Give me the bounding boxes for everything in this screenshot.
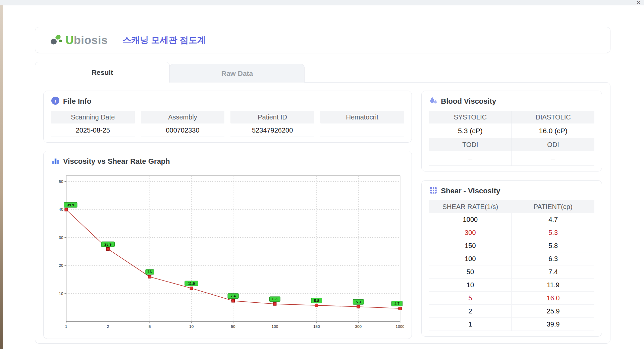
field-value [320, 123, 404, 137]
shear-viscosity-title: Shear - Viscosity [441, 187, 500, 195]
svg-text:7.4: 7.4 [231, 294, 236, 298]
svg-text:25.9: 25.9 [104, 242, 111, 246]
blood-viscosity-title: Blood Viscosity [441, 97, 496, 106]
table-row: 1000 4.7 [429, 213, 594, 226]
shear-viscosity-header: Shear - Viscosity [429, 186, 594, 196]
blood-viscosity-card: Blood Viscosity SYSTOLIC DIASTOLIC 5.3 (… [421, 91, 602, 171]
patient-value-cell: 6.3 [512, 252, 594, 265]
bar-chart-icon [51, 156, 60, 166]
file-info-field: Scanning Date 2025-08-25 [51, 111, 135, 137]
shear-table-header: SHEAR RATE(1/s) PATIENT(cp) [429, 200, 594, 213]
leaf-logo-icon [49, 33, 63, 47]
svg-text:20: 20 [59, 263, 63, 268]
shear-viscosity-card: Shear - Viscosity SHEAR RATE(1/s) PATIEN… [421, 180, 602, 337]
shear-table-body: 1000 4.7 300 5.3 150 5.8 100 6.3 50 7.4 … [429, 213, 594, 331]
patient-value-cell: 16.0 [512, 292, 594, 304]
bv-value-cell: 5.3 (cP) [429, 123, 512, 138]
field-label: Hematocrit [320, 111, 404, 123]
column-header-shear-rate: SHEAR RATE(1/s) [429, 200, 512, 213]
patient-value-cell: 5.3 [512, 226, 594, 239]
tab-result[interactable]: Result [35, 62, 170, 83]
shear-rate-cell: 5 [429, 292, 512, 304]
svg-text:50: 50 [231, 324, 235, 329]
patient-value-cell: 25.9 [512, 305, 594, 317]
table-icon [429, 186, 438, 196]
svg-text:5.8: 5.8 [314, 299, 319, 303]
brand-name: Ubiosis [65, 34, 108, 47]
field-label: Assembly [141, 111, 225, 123]
table-row: 100 6.3 [429, 252, 594, 265]
svg-text:5: 5 [149, 324, 151, 329]
tab-raw-data[interactable]: Raw Data [170, 64, 305, 83]
patient-value-cell: 4.7 [512, 213, 594, 226]
file-info-header: i File Info [51, 96, 404, 106]
field-label: Patient ID [230, 111, 314, 123]
shear-rate-cell: 300 [429, 226, 512, 239]
patient-value-cell: 7.4 [512, 265, 594, 278]
patient-value-cell: 5.8 [512, 239, 594, 252]
bv-header-cell: TODI [429, 138, 512, 151]
app-root: Ubiosis 스캐닝 모세관 점도계 Result Raw Data i Fi… [35, 27, 610, 344]
field-label: Scanning Date [51, 111, 135, 123]
svg-text:100: 100 [272, 324, 278, 329]
table-row: 2 25.9 [429, 305, 594, 318]
svg-text:40: 40 [59, 207, 63, 212]
svg-text:5.3: 5.3 [356, 300, 361, 304]
svg-text:150: 150 [313, 324, 320, 329]
page-title: 스캐닝 모세관 점도계 [122, 34, 206, 46]
patient-value-cell: 11.9 [512, 279, 594, 291]
window-left-edge [0, 0, 3, 349]
shear-rate-cell: 2 [429, 305, 512, 317]
file-info-field: Patient ID 52347926200 [230, 111, 314, 137]
table-row: 300 5.3 [429, 226, 594, 239]
svg-text:6.3: 6.3 [272, 297, 277, 301]
field-value: 000702330 [141, 123, 225, 137]
table-row: 5 16.0 [429, 292, 594, 305]
bv-header-cell: SYSTOLIC [429, 111, 512, 123]
shear-rate-cell: 1000 [429, 213, 512, 226]
shear-rate-cell: 150 [429, 239, 512, 252]
svg-text:11.9: 11.9 [188, 282, 195, 286]
table-row: 150 5.8 [429, 239, 594, 252]
shear-rate-cell: 50 [429, 265, 512, 278]
table-row: 1 39.9 [429, 318, 594, 331]
graph-title: Viscosity vs Shear Rate Graph [63, 157, 170, 166]
svg-text:4.7: 4.7 [394, 302, 399, 306]
file-info-field: Hematocrit [320, 111, 404, 137]
table-row: 50 7.4 [429, 265, 594, 279]
window-close-button[interactable]: ✕ [636, 0, 641, 6]
svg-text:2: 2 [107, 324, 109, 329]
viscosity-chart: 10203040501251050100150300100039.925.916… [51, 171, 404, 332]
svg-text:39.9: 39.9 [67, 203, 74, 207]
field-value: 2025-08-25 [51, 123, 135, 137]
window-title-bar: ✕ [0, 0, 644, 5]
bv-value-cell: – [429, 151, 512, 166]
svg-text:300: 300 [355, 324, 362, 329]
bv-header-cell: ODI [512, 138, 594, 151]
svg-text:10: 10 [59, 291, 63, 296]
svg-text:50: 50 [59, 179, 63, 184]
file-info-field: Assembly 000702330 [141, 111, 225, 137]
blood-viscosity-grid: SYSTOLIC DIASTOLIC 5.3 (cP) 16.0 (cP)TOD… [429, 111, 594, 166]
brand-logo: Ubiosis [49, 33, 108, 47]
svg-text:i: i [55, 98, 56, 104]
info-icon: i [51, 96, 60, 106]
blood-viscosity-header: Blood Viscosity [429, 96, 594, 106]
svg-text:1: 1 [65, 324, 67, 329]
tab-bar: Result Raw Data [35, 62, 610, 83]
droplet-icon [429, 96, 438, 106]
bv-value-cell: – [512, 151, 594, 166]
column-header-patient: PATIENT(cp) [512, 200, 594, 213]
patient-value-cell: 39.9 [512, 318, 594, 331]
field-value: 52347926200 [230, 123, 314, 137]
graph-header: Viscosity vs Shear Rate Graph [51, 156, 404, 166]
bv-value-cell: 16.0 (cP) [512, 123, 594, 138]
left-column: i File Info Scanning Date 2025-08-25 Ass… [43, 91, 412, 335]
shear-rate-cell: 1 [429, 318, 512, 331]
svg-text:10: 10 [189, 324, 194, 329]
table-row: 10 11.9 [429, 279, 594, 292]
shear-rate-cell: 100 [429, 252, 512, 265]
right-column: Blood Viscosity SYSTOLIC DIASTOLIC 5.3 (… [421, 91, 602, 335]
svg-text:16: 16 [148, 270, 152, 274]
result-panel: i File Info Scanning Date 2025-08-25 Ass… [35, 82, 610, 344]
